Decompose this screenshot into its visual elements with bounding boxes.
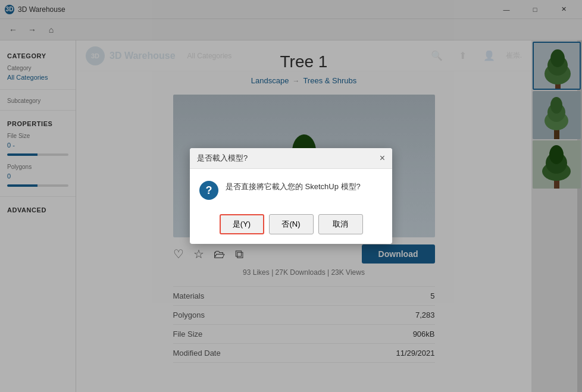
modal-close-button[interactable]: × — [380, 153, 385, 163]
modal-yes-button[interactable]: 是(Y) — [220, 214, 264, 234]
modal-cancel-button[interactable]: 取消 — [318, 214, 363, 234]
modal-message: 是否直接將它載入您的 SketchUp 模型? — [226, 181, 361, 193]
modal-footer: 是(Y) 否(N) 取消 — [190, 209, 392, 244]
modal-question-icon: ? — [199, 181, 218, 200]
modal-title: 是否載入模型? — [197, 153, 248, 164]
modal-body: ? 是否直接將它載入您的 SketchUp 模型? — [190, 169, 392, 209]
modal-backdrop: 是否載入模型? × ? 是否直接將它載入您的 SketchUp 模型? 是(Y)… — [0, 0, 582, 392]
modal-dialog: 是否載入模型? × ? 是否直接將它載入您的 SketchUp 模型? 是(Y)… — [190, 148, 392, 244]
modal-no-button[interactable]: 否(N) — [269, 214, 314, 234]
modal-titlebar: 是否載入模型? × — [190, 148, 392, 169]
